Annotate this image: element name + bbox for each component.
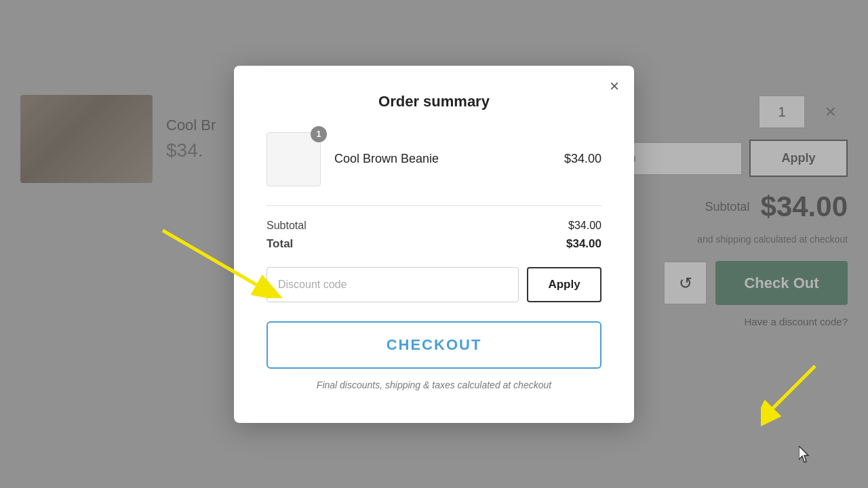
modal-apply-button[interactable]: Apply (527, 267, 601, 302)
modal-discount-input[interactable] (267, 267, 519, 302)
modal-checkout-button[interactable]: CHECKOUT (267, 321, 601, 369)
modal-discount-row: Apply (267, 267, 601, 302)
modal-subtotal-row: Subtotal $34.00 (267, 220, 601, 232)
modal-divider (267, 205, 601, 206)
modal-item-name: Cool Brown Beanie (334, 152, 551, 166)
modal-subtotal-value: $34.00 (568, 220, 601, 232)
modal-total-row: Total $34.00 (267, 237, 601, 251)
modal-note: Final discounts, shipping & taxes calcul… (267, 380, 601, 390)
modal-totals: Subtotal $34.00 Total $34.00 (267, 220, 601, 251)
modal-item-badge: 1 (311, 126, 327, 142)
modal-close-button[interactable]: × (610, 78, 619, 94)
modal-item-image: 1 (267, 132, 321, 186)
modal-overlay: × Order summary 1 Cool Brown Beanie $34.… (0, 0, 868, 488)
modal-total-label: Total (267, 237, 293, 251)
order-summary-modal: × Order summary 1 Cool Brown Beanie $34.… (234, 66, 634, 423)
modal-subtotal-label: Subtotal (267, 220, 307, 232)
modal-total-value: $34.00 (566, 237, 601, 251)
modal-item-row: 1 Cool Brown Beanie $34.00 (267, 132, 601, 186)
modal-item-price: $34.00 (564, 152, 601, 166)
modal-title: Order summary (267, 93, 601, 110)
